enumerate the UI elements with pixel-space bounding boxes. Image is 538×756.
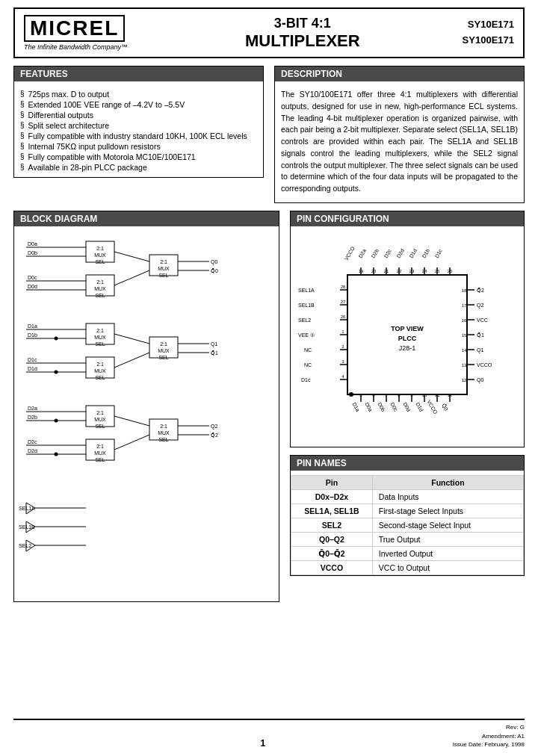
svg-text:SEL: SEL xyxy=(95,424,105,429)
description-section: DESCRIPTION The SY10/100E171 offer three… xyxy=(274,66,525,203)
svg-text:10: 10 xyxy=(422,393,427,397)
svg-text:D0a: D0a xyxy=(28,241,37,247)
svg-text:20: 20 xyxy=(371,269,377,273)
svg-line-48 xyxy=(114,353,149,368)
svg-text:2:1: 2:1 xyxy=(96,246,104,251)
svg-text:D1c: D1c xyxy=(301,377,311,382)
pin-names-section: PIN NAMES Pin Function D0x–D2x Data Inpu… xyxy=(290,455,525,576)
pin-name: Q0–Q2 xyxy=(291,533,373,547)
footer: 1 Rev: G Amendment: A1 Issue Date: Febru… xyxy=(13,719,525,749)
svg-text:SEL1B: SEL1B xyxy=(298,303,315,308)
rev-text: Rev: G xyxy=(453,723,525,731)
pin-function: Inverted Output xyxy=(372,547,523,561)
svg-text:D0c: D0c xyxy=(389,401,399,412)
feature-item: Differential outputs xyxy=(20,110,257,120)
table-row: SEL2 Second-stage Select Input xyxy=(291,518,524,533)
svg-text:NC: NC xyxy=(304,347,312,353)
svg-text:Q2: Q2 xyxy=(477,303,483,309)
svg-text:Q̄2: Q̄2 xyxy=(211,433,218,438)
svg-text:27: 27 xyxy=(341,300,346,304)
description-text: The SY10/100E171 offer three 4:1 multipl… xyxy=(275,86,524,198)
svg-text:14: 14 xyxy=(462,348,467,353)
svg-text:D0b: D0b xyxy=(377,401,386,412)
logo: MICREL xyxy=(24,15,125,42)
svg-text:TOP VIEW: TOP VIEW xyxy=(391,325,424,332)
svg-text:12: 12 xyxy=(448,393,453,397)
svg-text:D1b: D1b xyxy=(28,332,37,338)
svg-text:SEL: SEL xyxy=(158,273,168,278)
svg-text:26: 26 xyxy=(341,315,346,319)
svg-text:Q̄1: Q̄1 xyxy=(211,350,218,356)
svg-text:11: 11 xyxy=(435,393,440,397)
svg-text:2:1: 2:1 xyxy=(96,328,104,333)
pin-name: SEL2 xyxy=(291,518,373,533)
svg-text:D1b: D1b xyxy=(421,248,431,259)
table-row: Q̄0–Q̄2 Inverted Output xyxy=(291,547,524,561)
svg-text:SEL2: SEL2 xyxy=(298,317,311,323)
svg-text:MUX: MUX xyxy=(94,286,106,291)
feature-item: Available in 28-pin PLCC package xyxy=(20,162,257,173)
block-diagram-section: BLOCK DIAGRAM 2:1 MUX SEL D0a D0b xyxy=(13,211,279,602)
svg-text:2:1: 2:1 xyxy=(96,444,104,449)
svg-text:SEL1A: SEL1A xyxy=(19,506,35,511)
table-row: D0x–D2x Data Inputs xyxy=(291,490,524,504)
svg-text:SEL1A: SEL1A xyxy=(298,288,315,293)
svg-text:SEL1B: SEL1B xyxy=(19,524,35,530)
svg-text:SEL: SEL xyxy=(95,293,105,298)
svg-text:13: 13 xyxy=(462,363,467,368)
svg-text:19: 19 xyxy=(359,269,364,273)
svg-text:MUX: MUX xyxy=(94,252,106,258)
svg-text:D0d: D0d xyxy=(402,401,412,412)
svg-text:D2b: D2b xyxy=(28,415,37,420)
svg-text:SEL: SEL xyxy=(95,259,105,264)
svg-text:VCCO: VCCO xyxy=(344,245,356,261)
pin-col-header: Pin xyxy=(291,476,373,490)
features-title: FEATURES xyxy=(14,66,263,81)
feature-item: Fully compatible with Motorola MC10E/100… xyxy=(20,152,257,162)
revision-info: Rev: G Amendment: A1 Issue Date: Februar… xyxy=(453,723,525,749)
pin-name: D0x–D2x xyxy=(291,490,373,504)
table-row: SEL1A, SEL1B First-stage Select Inputs xyxy=(291,504,524,518)
pin-config-title: PIN CONFIGURATION xyxy=(291,211,524,226)
pin-names-table: Pin Function D0x–D2x Data Inputs SEL1A, … xyxy=(291,475,524,575)
svg-text:D1a: D1a xyxy=(28,323,37,329)
features-list: 725ps max. D to output Extended 100E VEE… xyxy=(14,86,263,173)
svg-text:VEE ①: VEE ① xyxy=(298,332,315,338)
svg-text:MUX: MUX xyxy=(158,348,170,353)
function-col-header: Function xyxy=(372,476,523,490)
svg-text:2:1: 2:1 xyxy=(160,259,167,264)
svg-text:18: 18 xyxy=(462,288,467,293)
svg-text:Q1: Q1 xyxy=(211,341,217,347)
svg-text:D2c: D2c xyxy=(28,439,37,444)
svg-text:D0c: D0c xyxy=(28,275,37,280)
pin-function: True Output xyxy=(372,533,523,547)
feature-item: Split select architecture xyxy=(20,120,257,131)
svg-text:D1c: D1c xyxy=(434,247,444,258)
product-title: 3-BIT 4:1 MULTIPLEXER xyxy=(128,16,463,51)
svg-text:MUX: MUX xyxy=(94,417,106,422)
svg-text:4: 4 xyxy=(341,374,344,379)
header: MICREL The Infinite Bandwidth Company™ 3… xyxy=(13,7,525,58)
features-section: FEATURES 725ps max. D to output Extended… xyxy=(13,66,264,178)
svg-text:D1c: D1c xyxy=(28,357,37,362)
svg-text:26: 26 xyxy=(448,269,453,273)
svg-text:12: 12 xyxy=(462,378,467,382)
svg-text:SEL: SEL xyxy=(95,375,105,380)
product-line1: 3-BIT 4:1 xyxy=(143,16,463,31)
svg-line-21 xyxy=(114,270,149,285)
svg-text:D2b: D2b xyxy=(371,248,380,259)
svg-text:VCCO: VCCO xyxy=(477,362,492,368)
svg-text:15: 15 xyxy=(462,333,467,338)
svg-text:D2c: D2c xyxy=(383,247,393,258)
pin-function: Second-stage Select Input xyxy=(372,518,523,533)
svg-point-95 xyxy=(349,392,353,397)
svg-text:D1d: D1d xyxy=(28,366,37,371)
svg-text:28: 28 xyxy=(341,285,346,289)
svg-text:D1a: D1a xyxy=(351,401,361,412)
svg-text:Q̄0: Q̄0 xyxy=(211,268,218,273)
part-numbers: SY10E171 SY100E171 xyxy=(463,17,514,49)
pin-function: Data Inputs xyxy=(372,490,523,504)
svg-point-53 xyxy=(55,370,58,374)
block-diagram-title: BLOCK DIAGRAM xyxy=(14,211,279,226)
svg-text:Q̄2: Q̄2 xyxy=(477,288,484,293)
